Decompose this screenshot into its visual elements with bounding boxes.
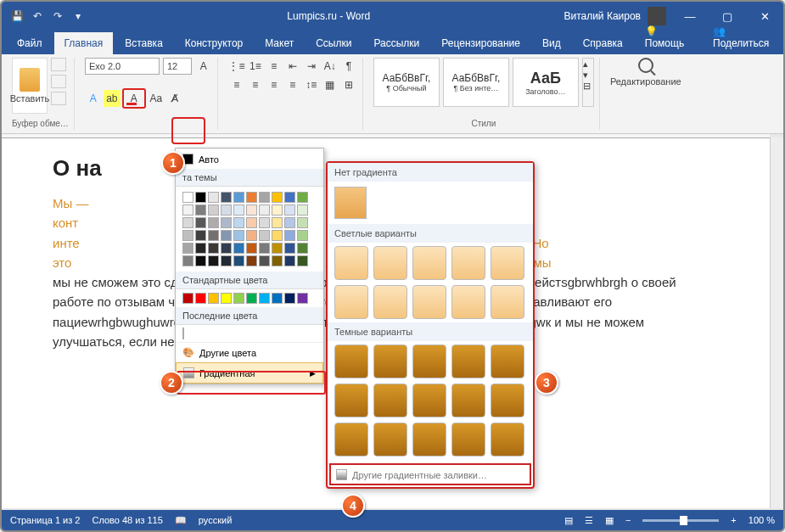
quick-access-toolbar: 💾 ↶ ↷ ▾ [2,9,93,23]
tab-design[interactable]: Конструктор [175,32,253,54]
editing-label[interactable]: Редактирование [610,76,681,87]
light-gradient-grid [328,243,533,322]
vertical-scrollbar[interactable] [770,137,783,508]
status-bar: Страница 1 из 2 Слово 48 из 115 📖 русски… [2,510,783,530]
shading-icon[interactable]: ▦ [322,76,339,93]
style-no-spacing[interactable]: АаБбВвГг,¶ Без инте… [443,58,509,107]
styles-up-icon[interactable]: ▴ [583,59,593,70]
style-heading1[interactable]: АаБЗаголово… [513,58,579,107]
group-paragraph: ⋮≡ 1≡ ≡ ⇤ ⇥ A↓ ¶ ≡ ≡ ≡ ≡ ↕≡ ▦ ⊞ [223,58,363,130]
align-center-icon[interactable]: ≡ [247,76,264,93]
font-size-combo[interactable]: 12 [163,58,192,75]
styles-label: Стили [373,119,594,128]
font-name-combo[interactable]: Exo 2.0 [85,58,160,75]
color-swatch[interactable] [182,192,193,203]
clipboard-label: Буфер обме… [12,119,69,128]
gradient-swatch[interactable] [334,246,368,280]
dark-gradient-grid [328,341,533,460]
tab-insert[interactable]: Вставка [115,32,173,54]
multilevel-icon[interactable]: ≡ [266,58,283,75]
group-clipboard: Вставить Буфер обме… [7,58,75,130]
tab-share[interactable]: 👥 Поделиться [703,20,783,54]
autosave-icon[interactable]: 💾 [10,9,24,23]
sort-icon[interactable]: A↓ [322,58,339,75]
show-marks-icon[interactable]: ¶ [340,58,357,75]
callout-badge-1: 1 [161,151,185,175]
standard-colors-row [176,289,323,307]
gradient-fill-icon [336,469,347,480]
more-gradients-item[interactable]: Другие градиентные заливки… [329,463,531,485]
highlight-icon[interactable]: ab [104,90,121,107]
align-left-icon[interactable]: ≡ [228,76,245,93]
style-normal[interactable]: АаБбВвГг,¶ Обычный [373,58,440,107]
dark-variants-header: Темные варианты [328,322,533,341]
view-web-icon[interactable]: ▦ [605,515,614,526]
styles-down-icon[interactable]: ▾ [583,70,593,81]
zoom-in-icon[interactable]: + [731,515,736,525]
tab-home[interactable]: Главная [54,32,114,54]
gradient-dropdown: Нет градиента Светлые варианты Темные ва… [326,161,535,489]
justify-icon[interactable]: ≡ [284,76,301,93]
tab-review[interactable]: Рецензирование [431,32,530,54]
user-name: Виталий Каиров [564,10,641,22]
callout-badge-4: 4 [341,494,365,518]
ribbon-tabs: Файл Главная Вставка Конструктор Макет С… [2,31,783,54]
text-effects-icon[interactable]: A [85,90,102,107]
recent-color-swatch[interactable] [182,328,184,339]
theme-colors-header: та темы [176,169,323,187]
view-print-icon[interactable]: ☰ [585,515,593,526]
recent-colors [176,325,323,342]
language-status[interactable]: русский [199,515,232,525]
line-spacing-icon[interactable]: ↕≡ [303,76,320,93]
format-painter-icon[interactable] [51,92,66,105]
window-title: Lumpics.ru - Word [93,10,564,22]
tab-help[interactable]: Справка [573,32,633,54]
undo-icon[interactable]: ↶ [31,9,44,23]
styles-more-icon[interactable]: ⊟ [583,81,593,92]
paste-icon [20,68,40,92]
no-gradient-swatch[interactable] [334,187,367,219]
spellcheck-icon[interactable]: 📖 [175,515,187,526]
light-variants-header: Светлые варианты [328,224,533,243]
cut-icon[interactable] [51,58,66,71]
tab-mailings[interactable]: Рассылки [363,32,429,54]
group-editing: Редактирование [605,58,687,130]
word-count[interactable]: Слово 48 из 115 [92,515,162,525]
tab-view[interactable]: Вид [532,32,571,54]
font-color-button[interactable]: A [122,88,146,109]
indent-dec-icon[interactable]: ⇤ [284,58,301,75]
view-read-icon[interactable]: ▤ [564,515,573,526]
theme-colors-grid [176,187,323,272]
find-icon[interactable] [638,58,653,73]
highlight-marker-1 [171,117,205,144]
zoom-level[interactable]: 100 % [749,515,775,525]
callout-badge-3: 3 [535,371,558,395]
highlight-marker-2 [177,371,326,395]
clear-format-icon[interactable]: A̸ [166,90,183,107]
change-case-icon[interactable]: Aa [148,90,165,107]
indent-inc-icon[interactable]: ⇥ [303,58,320,75]
tab-layout[interactable]: Макет [255,32,304,54]
tab-file[interactable]: Файл [7,32,53,54]
numbering-icon[interactable]: 1≡ [247,58,264,75]
redo-icon[interactable]: ↷ [51,9,64,23]
zoom-slider[interactable] [642,519,719,522]
palette-icon: 🎨 [182,347,194,358]
tab-help-q[interactable]: 💡 Помощь [635,20,701,54]
qat-more-icon[interactable]: ▾ [71,9,85,23]
group-styles: АаБбВвГг,¶ Обычный АаБбВвГг,¶ Без инте… … [368,58,600,130]
more-colors-item[interactable]: 🎨Другие цвета [176,342,323,362]
page-status[interactable]: Страница 1 из 2 [10,515,80,525]
gradient-swatch[interactable] [334,344,368,378]
tab-references[interactable]: Ссылки [306,32,362,54]
paste-button[interactable]: Вставить [12,58,48,114]
copy-icon[interactable] [51,75,66,88]
zoom-out-icon[interactable]: − [625,515,631,525]
bullets-icon[interactable]: ⋮≡ [228,58,245,75]
color-auto[interactable]: Авто [176,148,323,169]
borders-icon[interactable]: ⊞ [340,76,357,93]
grow-font-icon[interactable]: A [195,58,212,75]
standard-colors-header: Стандартные цвета [176,272,323,289]
align-right-icon[interactable]: ≡ [266,76,283,93]
ribbon: Вставить Буфер обме… Exo 2.0 12 A A ab A… [2,54,783,134]
